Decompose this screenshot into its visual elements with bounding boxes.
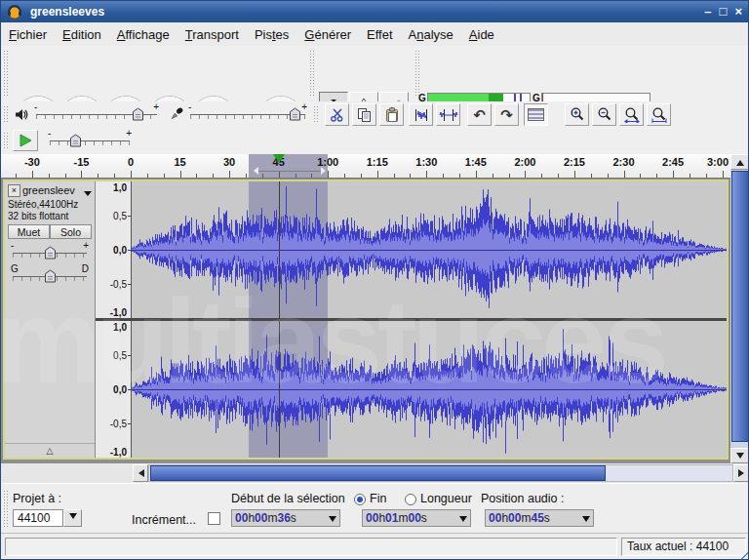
ruler-tick [673, 171, 674, 178]
scroll-up-button[interactable] [730, 154, 749, 170]
slider-max-label: + [153, 101, 159, 112]
cut-button[interactable] [325, 103, 349, 126]
scroll-down-button[interactable] [730, 448, 749, 463]
playback-cursor-icon[interactable] [273, 154, 285, 163]
chevron-down-icon[interactable] [582, 516, 590, 526]
track-close-button[interactable]: × [8, 184, 20, 197]
menu-fichier[interactable]: Fichier [1, 25, 55, 44]
mute-button[interactable]: Muet [8, 224, 50, 239]
scroll-right-button[interactable] [733, 464, 749, 482]
copy-button[interactable] [352, 103, 376, 126]
ruler-tick [262, 174, 263, 178]
ruler-label: 0 [128, 156, 134, 168]
menu-edition[interactable]: Edition [55, 25, 109, 44]
menu-affichage[interactable]: Affichage [109, 25, 177, 44]
fit-selection-button[interactable] [619, 103, 644, 126]
selection-right-arrow-icon[interactable] [321, 167, 330, 175]
waveform-right-channel[interactable] [132, 321, 727, 458]
horizontal-scrollbar[interactable] [1, 463, 749, 483]
timeline-ruler[interactable]: -30-1501530451:001:151:301:452:002:152:3… [1, 154, 730, 179]
redo-button[interactable]: ↷ [494, 103, 519, 126]
ruler-tick [558, 174, 559, 178]
audio-track: × greensleev Stéréo,44100Hz 32 bits flot… [3, 180, 729, 460]
menu-aide[interactable]: Aide [461, 25, 502, 44]
play-at-speed-button[interactable] [13, 130, 38, 151]
paste-button[interactable] [379, 103, 404, 126]
slider-max-label: D [82, 263, 89, 274]
selection-end-field[interactable]: 00 h 01 m 00 s [362, 509, 471, 527]
selection-left-arrow-icon[interactable] [250, 167, 258, 175]
project-rate-combo[interactable]: 44100 [13, 509, 63, 527]
ruler-tick [706, 174, 707, 178]
project-rate-dropdown[interactable] [63, 509, 82, 527]
output-volume-slider[interactable]: -+ [34, 103, 159, 123]
ruler-tick [65, 174, 66, 178]
toolbar-grip[interactable] [3, 132, 8, 150]
toolbar-grip[interactable] [414, 50, 419, 98]
ruler-tick [723, 171, 724, 178]
end-radio[interactable] [354, 494, 366, 505]
audio-position-field[interactable]: 00 h 00 m 45 s [485, 509, 594, 527]
close-button[interactable]: × [734, 1, 742, 22]
track-gain-slider[interactable]: -+ [11, 242, 89, 261]
play-speed-slider-thumb[interactable] [70, 134, 81, 151]
toolbar-grip[interactable] [3, 490, 8, 527]
toolbar-grip[interactable] [3, 50, 8, 98]
undo-button[interactable]: ↶ [467, 103, 492, 126]
input-volume-slider-thumb[interactable] [290, 107, 300, 125]
trim-button[interactable] [409, 103, 433, 126]
track-pan-slider[interactable]: GD [11, 265, 89, 285]
ruler-tick [164, 174, 165, 178]
ruler-tick [377, 171, 378, 178]
waveform-left-channel[interactable] [132, 181, 727, 318]
fit-project-button[interactable] [647, 103, 671, 126]
ruler-tick [344, 174, 345, 178]
play-speed-slider[interactable]: -+ [48, 130, 132, 149]
ruler-tick [180, 171, 181, 178]
ruler-label: 1:45 [465, 156, 487, 168]
ruler-label: 2:30 [612, 156, 634, 168]
selection-toolbar: Projet à : 44100 Incrément... Début de l… [1, 483, 749, 534]
scroll-left-button[interactable] [133, 464, 148, 482]
chevron-down-icon[interactable] [459, 516, 467, 526]
length-radio[interactable] [405, 494, 416, 505]
toolbar-grip[interactable] [313, 105, 318, 124]
ruler-tick [394, 174, 395, 178]
horizontal-scroll-thumb[interactable] [150, 465, 606, 481]
track-gain-slider-thumb[interactable] [45, 246, 56, 263]
vertical-scrollbar[interactable] [730, 154, 749, 463]
solo-button[interactable]: Solo [50, 224, 92, 239]
menu-générer[interactable]: Générer [296, 25, 359, 44]
menu-analyse[interactable]: Analyse [401, 25, 461, 44]
zoom-in-button[interactable] [565, 103, 589, 126]
minimize-button[interactable]: – [704, 1, 711, 22]
track-menu-arrow-icon [84, 191, 92, 197]
chevron-down-icon [69, 513, 77, 523]
input-volume-slider[interactable]: -+ [188, 103, 307, 123]
vertical-scroll-thumb[interactable] [731, 171, 749, 442]
track-collapse-button[interactable]: △ [5, 443, 95, 458]
sync-lock-button[interactable] [524, 103, 548, 126]
ruler-tick [690, 174, 690, 178]
menu-transport[interactable]: Transport [177, 25, 247, 44]
status-bar: Taux actuel : 44100 [1, 534, 749, 560]
ruler-label: 3:00 [707, 156, 729, 168]
toolbar-grip[interactable] [3, 105, 8, 124]
menu-effet[interactable]: Effet [359, 25, 401, 44]
output-volume-slider-thumb[interactable] [133, 107, 143, 125]
snap-to-checkbox[interactable] [208, 512, 220, 525]
track-pan-slider-thumb[interactable] [45, 269, 56, 287]
menu-pistes[interactable]: Pistes [247, 25, 296, 44]
silence-button[interactable] [436, 103, 460, 126]
selection-start-field[interactable]: 00 h 00 m 36 s [231, 509, 340, 527]
ruler-label: 2:00 [514, 156, 535, 168]
track-title-menu[interactable]: greensleev [22, 184, 93, 197]
zoom-out-button[interactable] [592, 103, 616, 126]
ruler-tick [443, 174, 444, 178]
maximize-button[interactable]: □ [720, 1, 728, 22]
chevron-down-icon[interactable] [329, 516, 336, 526]
toolbar-grip[interactable] [309, 50, 314, 98]
ruler-label: 15 [174, 156, 185, 168]
vruler-label: 0,5 [113, 350, 127, 361]
ruler-label: 2:45 [662, 156, 684, 168]
